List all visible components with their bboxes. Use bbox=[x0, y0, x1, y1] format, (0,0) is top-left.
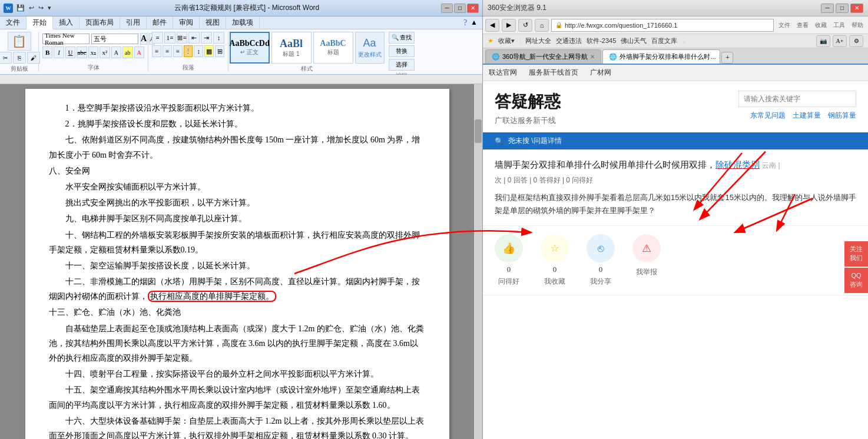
word-maximize-btn[interactable]: □ bbox=[454, 4, 466, 13]
sitenav-service[interactable]: 服务新干线首页 bbox=[529, 68, 578, 78]
word-scroll-thumb[interactable] bbox=[475, 119, 482, 143]
refresh-btn[interactable]: ↺ bbox=[518, 19, 532, 32]
multi-level-btn[interactable]: ⊞≡ bbox=[177, 32, 188, 44]
browser-content[interactable]: 联达官网 服务新干线首页 广材网 答疑解惑 广联达服务新干线 东常见问题 土建算… bbox=[483, 65, 868, 439]
select-btn[interactable]: 选择 bbox=[389, 59, 415, 71]
action-report[interactable]: ⚠ 我举报 bbox=[632, 234, 661, 287]
bookmark-weather[interactable]: 佛山天气 bbox=[621, 36, 647, 45]
tab-file[interactable]: 文件 bbox=[0, 16, 26, 29]
browser-close-btn[interactable]: ✕ bbox=[850, 4, 863, 13]
bookmark-baidu[interactable]: 百度文库 bbox=[651, 36, 677, 45]
tab-360-nav-close[interactable]: ✕ bbox=[590, 54, 595, 60]
action-like[interactable]: 👍 0 问得好 bbox=[495, 234, 523, 287]
decrease-indent-btn[interactable]: ⇤ bbox=[188, 32, 200, 44]
tab-review[interactable]: 审阅 bbox=[173, 16, 200, 29]
line-spacing-btn[interactable]: ↕ bbox=[194, 45, 203, 57]
word-minimize-btn[interactable]: ─ bbox=[441, 4, 453, 13]
undo-quick-btn[interactable]: ↩ bbox=[28, 4, 35, 12]
strikethrough-btn[interactable]: abc bbox=[77, 46, 87, 58]
change-styles-btn[interactable]: Aa 更改样式 bbox=[355, 32, 385, 64]
ribbon-help-btn[interactable]: ? bbox=[463, 18, 467, 28]
tab-360-nav[interactable]: 🌐 360导航_新一代安全上网导航 ✕ bbox=[485, 49, 601, 64]
border-btn[interactable]: ⊞ bbox=[215, 45, 224, 57]
numbering-btn[interactable]: 1≡ bbox=[164, 32, 175, 44]
doc-area[interactable]: 1．悬空脚手架按搭设沿水平投影面积以平方米计算。 2．挑脚手架按搭设长度和层数，… bbox=[0, 84, 474, 439]
font-grow-btn[interactable]: A bbox=[140, 33, 147, 45]
font-name-box[interactable]: Times New Roman bbox=[42, 34, 90, 44]
save-quick-btn[interactable]: 💾 bbox=[15, 4, 26, 12]
find-btn[interactable]: 🔍 查找 bbox=[389, 32, 415, 44]
hero-link-common[interactable]: 东常见问题 bbox=[750, 111, 786, 121]
address-bar[interactable]: 🔒 http://e.fwxgx.com/question_1716660.1 bbox=[551, 19, 774, 32]
new-tab-btn[interactable]: + bbox=[721, 52, 733, 64]
doc-page[interactable]: 1．悬空脚手架按搭设沿水平投影面积以平方米计算。 2．挑脚手架按搭设长度和层数，… bbox=[25, 89, 449, 439]
full-page-btn[interactable]: A+ bbox=[833, 35, 847, 47]
action-collect[interactable]: ☆ 0 我收藏 bbox=[541, 234, 569, 287]
forward-btn[interactable]: ▶ bbox=[502, 19, 516, 32]
word-scrollbar[interactable] bbox=[474, 84, 482, 439]
tab-insert[interactable]: 插入 bbox=[53, 16, 79, 29]
word-close-btn[interactable]: ✕ bbox=[467, 4, 479, 13]
question-title-link[interactable]: 除砖混类别 bbox=[715, 159, 760, 169]
bookmark-networks[interactable]: 网址大全 bbox=[525, 36, 551, 45]
increase-indent-btn[interactable]: ⇥ bbox=[201, 32, 212, 44]
tab-home[interactable]: 开始 bbox=[26, 16, 53, 29]
sitenav-material[interactable]: 广材网 bbox=[590, 68, 611, 78]
tab-addins[interactable]: 加载项 bbox=[226, 16, 260, 29]
justify-btn[interactable]: ⋮ bbox=[184, 45, 193, 57]
browser-nav-file[interactable]: 文件 bbox=[776, 20, 793, 31]
follow-us-btn[interactable]: 关注我们 bbox=[844, 241, 868, 267]
browser-nav-tools[interactable]: 工具 bbox=[831, 20, 847, 31]
action-share[interactable]: ⎋ 0 我分享 bbox=[587, 234, 615, 287]
browser-nav-view[interactable]: 查看 bbox=[794, 20, 811, 31]
browser-minimize-btn[interactable]: ─ bbox=[821, 4, 834, 13]
tab-mail[interactable]: 邮件 bbox=[147, 16, 173, 29]
style-heading[interactable]: AaBbC 标题 bbox=[313, 32, 353, 64]
text-highlight-btn[interactable]: ab bbox=[122, 46, 132, 58]
tab-layout[interactable]: 页面布局 bbox=[79, 16, 120, 29]
ribbon-collapse-btn[interactable]: ▲ bbox=[471, 18, 478, 27]
tab-question[interactable]: 🌐 外墙脚手架分双排和单排什么时... ✕ bbox=[602, 49, 720, 64]
text-effect-btn[interactable]: A bbox=[111, 46, 121, 58]
more-quick-btn[interactable]: ▾ bbox=[47, 4, 52, 12]
superscript-btn[interactable]: x² bbox=[100, 46, 110, 58]
sort-btn[interactable]: ↕ bbox=[213, 32, 224, 44]
browser-settings-btn[interactable]: ⚙ bbox=[849, 35, 863, 47]
bookmark-traffic[interactable]: 交通违法 bbox=[556, 36, 582, 45]
font-size-box[interactable]: 五号 bbox=[91, 34, 138, 44]
bullets-btn[interactable]: ≡ bbox=[152, 32, 163, 44]
screenshot-btn[interactable]: 📷 bbox=[816, 35, 830, 47]
tab-references[interactable]: 引用 bbox=[120, 16, 147, 29]
redo-quick-btn[interactable]: ↪ bbox=[37, 4, 45, 12]
replace-btn[interactable]: 替换 bbox=[389, 45, 415, 57]
italic-btn[interactable]: I bbox=[54, 46, 64, 58]
browser-nav-favorites[interactable]: 收藏 bbox=[813, 20, 829, 31]
paste-btn[interactable]: 📋 bbox=[8, 32, 31, 51]
cut-btn[interactable]: ✂ bbox=[0, 52, 12, 64]
doc-text-content[interactable]: 1．悬空脚手架按搭设沿水平投影面积以平方米计算。 2．挑脚手架按搭设长度和层数，… bbox=[49, 101, 426, 439]
tab-question-close[interactable]: ✕ bbox=[718, 54, 721, 60]
home-btn[interactable]: ⌂ bbox=[535, 19, 549, 32]
subscript-btn[interactable]: x₂ bbox=[88, 46, 98, 58]
bold-btn[interactable]: B bbox=[42, 46, 52, 58]
format-painter-btn[interactable]: 🖌 bbox=[27, 52, 40, 64]
shading-btn[interactable]: ▩ bbox=[204, 45, 214, 57]
align-center-btn[interactable]: ≡ bbox=[163, 45, 172, 57]
sitenav-lianda[interactable]: 联达官网 bbox=[489, 68, 517, 78]
font-color-btn[interactable]: A bbox=[134, 46, 144, 58]
hero-link-rebar[interactable]: 钢筋算量 bbox=[828, 111, 856, 121]
copy-btn[interactable]: ⎘ bbox=[13, 52, 26, 64]
browser-nav-help[interactable]: 帮助 bbox=[849, 20, 866, 31]
back-btn[interactable]: ◀ bbox=[485, 19, 499, 32]
qq-consult-btn[interactable]: QQ咨询 bbox=[844, 268, 868, 293]
style-normal[interactable]: AaBbCcDd ↵ 正文 bbox=[230, 32, 270, 64]
underline-btn[interactable]: U bbox=[65, 46, 75, 58]
hero-link-civil[interactable]: 土建算量 bbox=[793, 111, 821, 121]
hero-search-input[interactable] bbox=[738, 91, 856, 107]
browser-maximize-btn[interactable]: □ bbox=[836, 4, 849, 13]
style-heading1[interactable]: AaBl 标题 1 bbox=[271, 32, 312, 64]
align-right-btn[interactable]: ≡ bbox=[173, 45, 183, 57]
align-left-btn[interactable]: ≡ bbox=[152, 45, 161, 57]
tab-view[interactable]: 视图 bbox=[200, 16, 226, 29]
bookmark-software[interactable]: 软件-2345 bbox=[587, 36, 616, 45]
